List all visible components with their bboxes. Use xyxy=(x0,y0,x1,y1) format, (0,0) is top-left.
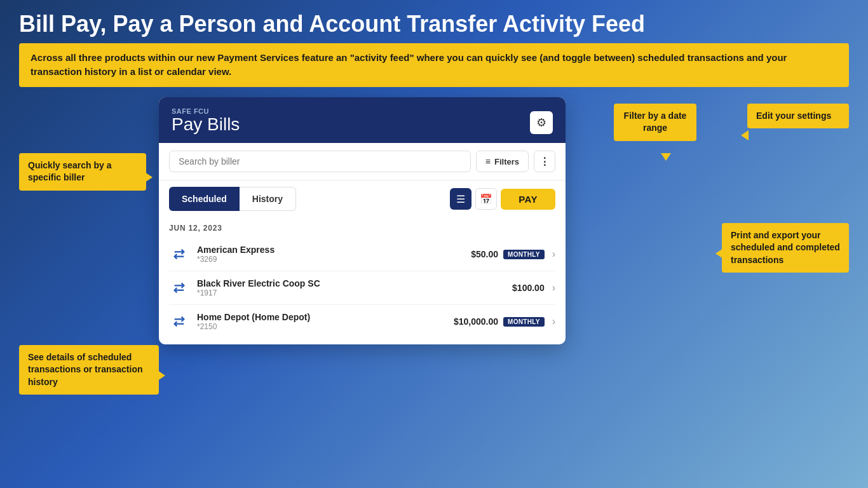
dots-icon: ⋮ xyxy=(539,156,550,168)
tx-name: Black River Electric Coop SC xyxy=(197,278,512,288)
app-title: Pay Bills xyxy=(172,115,240,135)
callout-search: Quickly search by a specific biller xyxy=(19,153,146,191)
filter-icon: ≡ xyxy=(485,156,491,166)
tabs-row: Scheduled History ☰ 📅 PAY xyxy=(159,180,566,217)
settings-arrow xyxy=(741,130,749,140)
view-calendar-button[interactable]: 📅 xyxy=(475,188,497,210)
tx-amount: $10,000.00 xyxy=(454,316,498,327)
tabs-left: Scheduled History xyxy=(169,187,296,211)
tx-right: $50.00 MONTHLY › xyxy=(471,248,555,260)
tx-info: Home Depot (Home Depot) *2150 xyxy=(197,312,454,331)
transfer-icon xyxy=(169,278,189,298)
filter-label: Filters xyxy=(494,157,519,166)
filter-button[interactable]: ≡ Filters xyxy=(476,151,529,172)
transfer-icon xyxy=(169,244,189,264)
date-label: JUN 12, 2023 xyxy=(169,224,555,233)
transaction-list: JUN 12, 2023 American Express *3269 xyxy=(159,217,566,344)
chevron-right-icon: › xyxy=(552,282,555,294)
table-row[interactable]: Home Depot (Home Depot) *2150 $10,000.00… xyxy=(169,305,555,338)
pay-button[interactable]: PAY xyxy=(501,189,555,210)
transfer-icon xyxy=(169,311,189,332)
tx-account: *3269 xyxy=(197,255,471,264)
tx-account: *1917 xyxy=(197,288,512,297)
callout-details: See details of scheduled transactions or… xyxy=(19,345,159,395)
tx-amount: $50.00 xyxy=(471,249,498,259)
table-row[interactable]: American Express *3269 $50.00 MONTHLY › xyxy=(169,238,555,271)
callout-print: Print and export your scheduled and comp… xyxy=(722,223,849,273)
tx-badge: MONTHLY xyxy=(503,317,545,327)
settings-button[interactable]: ⚙ xyxy=(530,111,553,134)
tx-right: $10,000.00 MONTHLY › xyxy=(454,316,555,327)
tx-info: Black River Electric Coop SC *1917 xyxy=(197,278,512,297)
print-arrow xyxy=(715,248,723,259)
tx-account: *2150 xyxy=(197,322,454,331)
tab-history[interactable]: History xyxy=(240,187,296,211)
intro-text: Across all three products within our new… xyxy=(31,51,837,79)
tx-right: $100.00 › xyxy=(512,282,555,294)
tx-info: American Express *3269 xyxy=(197,245,471,264)
page-title: Bill Pay, Pay a Person and Account Trans… xyxy=(0,0,868,43)
tabs-right: ☰ 📅 PAY xyxy=(450,188,555,210)
chevron-right-icon: › xyxy=(552,248,555,260)
app-card: SAFE FCU Pay Bills ⚙ ≡ Filters ⋮ Schedul… xyxy=(159,97,566,345)
callout-filter: Filter by a date range xyxy=(614,104,696,141)
calendar-icon: 📅 xyxy=(480,193,492,205)
tx-name: Home Depot (Home Depot) xyxy=(197,312,454,322)
table-row[interactable]: Black River Electric Coop SC *1917 $100.… xyxy=(169,271,555,305)
more-options-button[interactable]: ⋮ xyxy=(534,151,555,172)
chevron-right-icon: › xyxy=(552,316,555,327)
content-area: Quickly search by a specific biller See … xyxy=(19,97,849,345)
tx-badge: MONTHLY xyxy=(503,250,545,259)
tx-name: American Express xyxy=(197,245,471,255)
tab-scheduled[interactable]: Scheduled xyxy=(169,187,240,211)
view-list-button[interactable]: ☰ xyxy=(450,188,471,210)
intro-box: Across all three products within our new… xyxy=(19,43,849,87)
org-name: SAFE FCU xyxy=(172,107,240,115)
list-icon: ☰ xyxy=(456,193,465,205)
search-input[interactable] xyxy=(169,151,471,172)
app-header: SAFE FCU Pay Bills ⚙ xyxy=(159,97,566,144)
callout-settings: Edit your settings xyxy=(747,104,849,129)
search-bar-area: ≡ Filters ⋮ xyxy=(159,143,566,180)
tx-amount: $100.00 xyxy=(512,283,545,293)
app-header-left: SAFE FCU Pay Bills xyxy=(172,107,240,135)
gear-icon: ⚙ xyxy=(536,116,546,130)
